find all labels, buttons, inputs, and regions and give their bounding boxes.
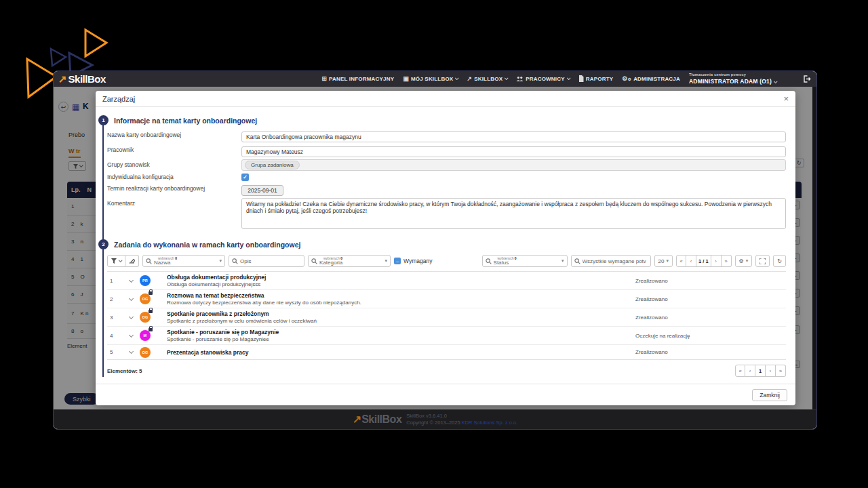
confirmation-filter[interactable]: [571, 255, 651, 267]
nav-pracownicy[interactable]: PRACOWNICY: [516, 76, 570, 82]
brand-text: SkillBox: [68, 73, 106, 85]
expand-task-button[interactable]: [122, 351, 140, 353]
first-page-button[interactable]: «: [676, 255, 686, 267]
description-filter-input[interactable]: [240, 258, 301, 264]
status-filter-select[interactable]: wybranych 0 ▾: [482, 255, 568, 267]
report-icon: [578, 75, 584, 82]
group-tag: Grupa zadaniowa: [245, 161, 300, 169]
page-size-select[interactable]: 20 ▾: [654, 255, 673, 267]
chevron-down-icon: [128, 332, 133, 337]
gear-icon: ⚙: [739, 258, 744, 264]
nav-administracja[interactable]: ⚙⚙ ADMINISTRACJA: [622, 76, 680, 82]
category-filter-select[interactable]: wybranych 0 ▾: [308, 255, 391, 267]
toolbar-pagination: « ‹ 1 / 1 › »: [676, 255, 732, 267]
task-row[interactable]: 3 OG Spotkanie pracownika z przełożonym …: [107, 308, 786, 327]
current-page[interactable]: 1: [755, 365, 766, 377]
nav-user-menu[interactable]: Tłumaczenia centrum pomocy ADMINISTRATOR…: [689, 73, 776, 85]
first-page-button[interactable]: «: [735, 365, 745, 377]
polish-flag-icon[interactable]: [785, 76, 794, 82]
page-size-value: 20: [658, 258, 665, 264]
nav-raporty[interactable]: RAPORTY: [578, 75, 614, 82]
groups-field[interactable]: Grupa zadaniowa: [241, 159, 786, 171]
expand-task-button[interactable]: [122, 298, 140, 300]
field-label: Komentarz: [107, 198, 241, 207]
name-filter-select[interactable]: wybranych 0 ▾: [142, 255, 225, 267]
my-skillbox-icon: ▣: [403, 76, 409, 82]
top-navbar: ↗ SkillBox ⊞ PANEL INFORMACYJNY ▣ MÓJ SK…: [54, 71, 816, 87]
task-index: 2: [107, 296, 122, 302]
chevron-down-icon: [128, 296, 133, 300]
task-title: Prezentacja stanowiska pracy: [167, 349, 635, 356]
search-icon: [486, 258, 492, 264]
expand-task-button[interactable]: [122, 317, 140, 319]
lock-icon: [149, 328, 153, 331]
chevron-down-icon: ▾: [219, 258, 222, 264]
search-icon: [232, 258, 238, 264]
next-page-button[interactable]: ›: [766, 365, 776, 377]
close-icon[interactable]: ×: [783, 94, 789, 103]
employee-input[interactable]: [241, 146, 786, 157]
task-status: Zrealizowano: [635, 296, 786, 302]
description-filter[interactable]: [229, 255, 304, 267]
company-link[interactable]: KDR Solutions Sp. z o.o.: [462, 420, 518, 426]
clear-filters-button[interactable]: [125, 255, 139, 267]
section-connector-line: [102, 123, 104, 377]
settings-dropdown-button[interactable]: ⚙ ▾: [735, 255, 753, 267]
people-icon: [516, 76, 524, 82]
tasks-list-footer: Elementów: 5 « ‹ 1 › »: [107, 365, 786, 377]
section-number-badge: 2: [98, 239, 108, 249]
task-index: 4: [107, 333, 122, 339]
chevron-down-icon: ▾: [666, 258, 669, 264]
task-status: Zrealizowano: [635, 349, 786, 355]
task-title: Rozmowa na temat bezpieczeństwa: [167, 292, 635, 299]
selected-hint: wybranych 0: [498, 256, 517, 260]
manage-modal: Zarządzaj × 1 Informacje na temat karty …: [96, 91, 795, 405]
task-row[interactable]: 5 OG Prezentacja stanowiska pracy Zreali…: [107, 345, 786, 359]
refresh-icon: ↻: [777, 258, 782, 264]
filter-dropdown-button[interactable]: [107, 255, 125, 267]
chevron-down-icon: [128, 277, 133, 282]
task-status: Zrealizowano: [635, 278, 786, 284]
search-icon: [146, 258, 152, 264]
required-label: Wymagany: [403, 258, 432, 264]
field-row-individual-config: Indywidualna konfiguracja ✓: [107, 173, 786, 181]
task-row[interactable]: 1 PR Obsługa dokumentacji produkcyjnej O…: [107, 272, 786, 290]
comment-textarea[interactable]: Witamy na pokładzie! Czeka na Ciebie dyn…: [241, 198, 786, 229]
last-page-button[interactable]: »: [776, 365, 786, 377]
nav-moj-skillbox[interactable]: ▣ MÓJ SKILLBOX: [403, 76, 458, 82]
required-checkbox[interactable]: –: [394, 258, 401, 264]
refresh-button[interactable]: ↻: [773, 255, 786, 267]
copyright-text: Copyright © 2013–2025: [406, 420, 461, 426]
selected-hint: wybranych 0: [158, 256, 177, 260]
modal-title: Zarządzaj: [102, 95, 135, 103]
chevron-down-icon: ▾: [384, 258, 387, 264]
last-page-button[interactable]: »: [722, 255, 732, 267]
confirmation-filter-input[interactable]: [583, 258, 648, 264]
next-page-button[interactable]: ›: [711, 255, 722, 267]
chevron-down-icon: [119, 258, 123, 262]
card-name-input[interactable]: [241, 131, 786, 142]
expand-task-button[interactable]: [122, 335, 140, 337]
task-category-badge: OG: [140, 347, 151, 358]
fullscreen-button[interactable]: [755, 255, 770, 267]
individual-config-checkbox[interactable]: ✓: [241, 174, 249, 181]
nav-skillbox[interactable]: ↗ SKILLBOX: [467, 76, 507, 82]
task-row[interactable]: 2 OG Rozmowa na temat bezpieczeństwa Roz…: [107, 290, 786, 308]
logout-icon[interactable]: [803, 75, 811, 83]
field-row-comment: Komentarz Witamy na pokładzie! Czeka na …: [107, 198, 786, 232]
task-row[interactable]: 4 M Spotkanie - poruszanie się po Magazy…: [107, 327, 786, 345]
close-modal-button[interactable]: Zamknij: [752, 389, 787, 401]
section-title: Informacje na temat karty onboardingowej: [114, 117, 257, 125]
prev-page-button[interactable]: ‹: [686, 255, 696, 267]
nav-label: PANEL INFORMACYJNY: [329, 76, 394, 82]
arrow-up-right-icon: ↗: [467, 76, 472, 82]
app-footer: ↗ SkillBox SkillBox v3.6.41.0 Copyright …: [54, 409, 816, 429]
elements-count: Elementów: 5: [107, 368, 142, 374]
skillbox-logo[interactable]: ↗ SkillBox: [54, 73, 113, 85]
prev-page-button[interactable]: ‹: [745, 365, 755, 377]
deadline-date-input[interactable]: [241, 185, 283, 196]
expand-task-button[interactable]: [122, 280, 140, 282]
footer-meta: SkillBox v3.6.41.0 Copyright © 2013–2025…: [406, 413, 517, 426]
task-title: Obsługa dokumentacji produkcyjnej: [167, 274, 635, 281]
nav-panel-informacyjny[interactable]: ⊞ PANEL INFORMACYJNY: [321, 76, 394, 82]
